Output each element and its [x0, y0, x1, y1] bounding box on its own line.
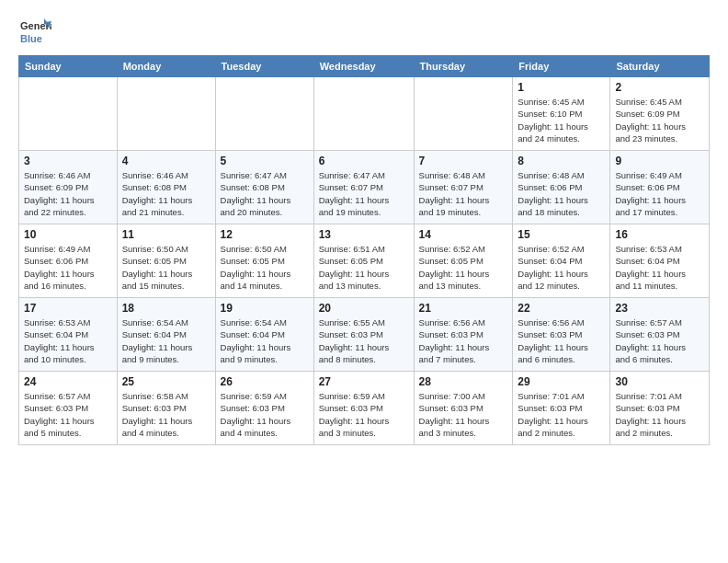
svg-text:General: General	[20, 20, 51, 31]
day-number: 4	[122, 155, 210, 167]
calendar-cell: 21Sunrise: 6:56 AM Sunset: 6:03 PM Dayli…	[414, 298, 513, 372]
day-number: 12	[221, 228, 309, 241]
day-info: Sunrise: 6:48 AM Sunset: 6:07 PM Dayligh…	[419, 169, 508, 218]
calendar-cell: 27Sunrise: 6:59 AM Sunset: 6:03 PM Dayli…	[313, 372, 414, 445]
calendar-cell: 4Sunrise: 6:46 AM Sunset: 6:08 PM Daylig…	[117, 151, 215, 224]
day-info: Sunrise: 6:50 AM Sunset: 6:05 PM Dayligh…	[221, 243, 309, 292]
calendar-cell	[215, 77, 313, 151]
calendar-cell: 23Sunrise: 6:57 AM Sunset: 6:03 PM Dayli…	[610, 298, 710, 372]
day-number: 22	[518, 302, 605, 315]
day-info: Sunrise: 6:57 AM Sunset: 6:03 PM Dayligh…	[615, 316, 704, 365]
day-number: 13	[319, 228, 409, 241]
calendar-cell: 30Sunrise: 7:01 AM Sunset: 6:03 PM Dayli…	[610, 372, 710, 445]
calendar-cell: 13Sunrise: 6:51 AM Sunset: 6:05 PM Dayli…	[313, 224, 414, 298]
day-info: Sunrise: 6:51 AM Sunset: 6:05 PM Dayligh…	[319, 243, 409, 292]
calendar-cell: 24Sunrise: 6:57 AM Sunset: 6:03 PM Dayli…	[19, 372, 118, 445]
calendar-cell: 25Sunrise: 6:58 AM Sunset: 6:03 PM Dayli…	[117, 372, 215, 445]
calendar-cell	[313, 77, 414, 151]
day-info: Sunrise: 6:54 AM Sunset: 6:04 PM Dayligh…	[122, 316, 210, 365]
day-number: 30	[615, 375, 704, 388]
day-number: 10	[24, 228, 112, 241]
day-number: 8	[518, 155, 605, 167]
day-number: 15	[518, 228, 605, 241]
day-number: 7	[419, 155, 508, 167]
day-number: 18	[122, 302, 210, 315]
day-number: 6	[319, 155, 409, 167]
page: General Blue SundayMondayTuesdayWednesda…	[0, 0, 728, 454]
day-info: Sunrise: 6:48 AM Sunset: 6:06 PM Dayligh…	[518, 169, 605, 218]
calendar-cell: 29Sunrise: 7:01 AM Sunset: 6:03 PM Dayli…	[513, 372, 610, 445]
calendar-cell: 6Sunrise: 6:47 AM Sunset: 6:07 PM Daylig…	[313, 151, 414, 224]
day-info: Sunrise: 6:52 AM Sunset: 6:04 PM Dayligh…	[518, 243, 605, 292]
week-row-5: 24Sunrise: 6:57 AM Sunset: 6:03 PM Dayli…	[19, 372, 710, 445]
calendar-cell: 2Sunrise: 6:45 AM Sunset: 6:09 PM Daylig…	[610, 77, 710, 151]
svg-text:Blue: Blue	[20, 33, 42, 44]
day-info: Sunrise: 6:47 AM Sunset: 6:07 PM Dayligh…	[319, 169, 409, 218]
day-number: 14	[419, 228, 508, 241]
week-row-3: 10Sunrise: 6:49 AM Sunset: 6:06 PM Dayli…	[19, 224, 710, 298]
day-number: 28	[419, 375, 508, 388]
day-info: Sunrise: 6:47 AM Sunset: 6:08 PM Dayligh…	[221, 169, 309, 218]
calendar-cell: 17Sunrise: 6:53 AM Sunset: 6:04 PM Dayli…	[19, 298, 118, 372]
calendar-cell: 18Sunrise: 6:54 AM Sunset: 6:04 PM Dayli…	[117, 298, 215, 372]
calendar-cell	[19, 77, 118, 151]
day-info: Sunrise: 6:56 AM Sunset: 6:03 PM Dayligh…	[419, 316, 508, 365]
day-number: 23	[615, 302, 704, 315]
day-info: Sunrise: 7:00 AM Sunset: 6:03 PM Dayligh…	[419, 390, 508, 439]
calendar-cell: 28Sunrise: 7:00 AM Sunset: 6:03 PM Dayli…	[414, 372, 513, 445]
day-info: Sunrise: 6:57 AM Sunset: 6:03 PM Dayligh…	[24, 390, 112, 439]
day-number: 26	[221, 375, 309, 388]
day-number: 20	[319, 302, 409, 315]
day-info: Sunrise: 6:55 AM Sunset: 6:03 PM Dayligh…	[319, 316, 409, 365]
week-row-2: 3Sunrise: 6:46 AM Sunset: 6:09 PM Daylig…	[19, 151, 710, 224]
day-info: Sunrise: 6:46 AM Sunset: 6:09 PM Dayligh…	[24, 169, 112, 218]
calendar-cell	[117, 77, 215, 151]
calendar-cell: 7Sunrise: 6:48 AM Sunset: 6:07 PM Daylig…	[414, 151, 513, 224]
header: General Blue	[18, 17, 710, 50]
day-info: Sunrise: 6:53 AM Sunset: 6:04 PM Dayligh…	[24, 316, 112, 365]
calendar-cell: 19Sunrise: 6:54 AM Sunset: 6:04 PM Dayli…	[215, 298, 313, 372]
day-number: 19	[221, 302, 309, 315]
day-info: Sunrise: 6:54 AM Sunset: 6:04 PM Dayligh…	[221, 316, 309, 365]
day-number: 21	[419, 302, 508, 315]
day-info: Sunrise: 6:50 AM Sunset: 6:05 PM Dayligh…	[122, 243, 210, 292]
day-number: 29	[518, 375, 605, 388]
day-info: Sunrise: 6:58 AM Sunset: 6:03 PM Dayligh…	[122, 390, 210, 439]
day-number: 25	[122, 375, 210, 388]
day-number: 5	[221, 155, 309, 167]
header-sunday: Sunday	[19, 56, 118, 77]
day-info: Sunrise: 6:59 AM Sunset: 6:03 PM Dayligh…	[221, 390, 309, 439]
calendar-header-row: SundayMondayTuesdayWednesdayThursdayFrid…	[19, 56, 710, 77]
calendar-cell	[414, 77, 513, 151]
calendar-cell: 20Sunrise: 6:55 AM Sunset: 6:03 PM Dayli…	[313, 298, 414, 372]
calendar-cell: 3Sunrise: 6:46 AM Sunset: 6:09 PM Daylig…	[19, 151, 118, 224]
day-info: Sunrise: 6:45 AM Sunset: 6:10 PM Dayligh…	[518, 96, 605, 144]
day-number: 11	[122, 228, 210, 241]
day-number: 17	[24, 302, 112, 315]
day-info: Sunrise: 6:56 AM Sunset: 6:03 PM Dayligh…	[518, 316, 605, 365]
calendar-table: SundayMondayTuesdayWednesdayThursdayFrid…	[18, 55, 710, 445]
day-info: Sunrise: 6:53 AM Sunset: 6:04 PM Dayligh…	[615, 243, 704, 292]
day-number: 9	[615, 155, 704, 167]
calendar-cell: 9Sunrise: 6:49 AM Sunset: 6:06 PM Daylig…	[610, 151, 710, 224]
day-info: Sunrise: 7:01 AM Sunset: 6:03 PM Dayligh…	[518, 390, 605, 439]
logo: General Blue	[18, 17, 51, 50]
calendar-cell: 14Sunrise: 6:52 AM Sunset: 6:05 PM Dayli…	[414, 224, 513, 298]
day-number: 2	[615, 81, 704, 94]
week-row-4: 17Sunrise: 6:53 AM Sunset: 6:04 PM Dayli…	[19, 298, 710, 372]
week-row-1: 1Sunrise: 6:45 AM Sunset: 6:10 PM Daylig…	[19, 77, 710, 151]
day-number: 1	[518, 81, 605, 94]
header-tuesday: Tuesday	[215, 56, 313, 77]
calendar-cell: 10Sunrise: 6:49 AM Sunset: 6:06 PM Dayli…	[19, 224, 118, 298]
header-saturday: Saturday	[610, 56, 710, 77]
day-info: Sunrise: 6:46 AM Sunset: 6:08 PM Dayligh…	[122, 169, 210, 218]
day-info: Sunrise: 6:49 AM Sunset: 6:06 PM Dayligh…	[24, 243, 112, 292]
header-friday: Friday	[513, 56, 610, 77]
calendar-cell: 16Sunrise: 6:53 AM Sunset: 6:04 PM Dayli…	[610, 224, 710, 298]
day-info: Sunrise: 6:52 AM Sunset: 6:05 PM Dayligh…	[419, 243, 508, 292]
header-monday: Monday	[117, 56, 215, 77]
calendar-cell: 26Sunrise: 6:59 AM Sunset: 6:03 PM Dayli…	[215, 372, 313, 445]
day-number: 27	[319, 375, 409, 388]
header-wednesday: Wednesday	[313, 56, 414, 77]
calendar-cell: 22Sunrise: 6:56 AM Sunset: 6:03 PM Dayli…	[513, 298, 610, 372]
